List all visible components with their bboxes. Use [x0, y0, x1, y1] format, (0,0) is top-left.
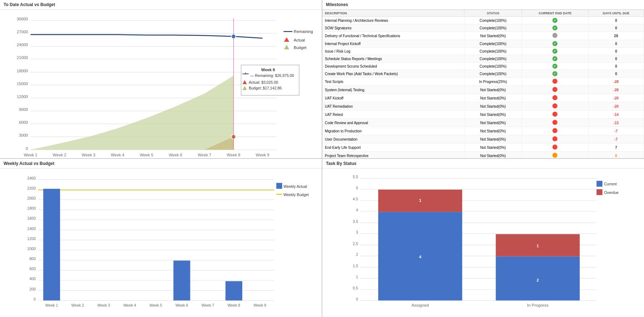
svg-text:1200: 1200	[27, 236, 36, 241]
svg-text:2: 2	[537, 278, 539, 282]
milestone-status: Complete(100%)	[464, 70, 522, 78]
svg-rect-80	[174, 260, 190, 300]
svg-rect-91	[276, 183, 282, 189]
svg-text:400: 400	[29, 277, 36, 281]
milestone-desc: User Documentation	[323, 135, 464, 143]
milestone-end-date	[522, 143, 589, 152]
milestone-status: Complete(100%)	[464, 40, 522, 48]
milestone-end-date: ✓	[522, 55, 589, 63]
milestone-desc: Schedule Status Reports / Meetings	[323, 55, 464, 63]
svg-text:Week 6: Week 6	[175, 303, 188, 307]
milestone-end-date: ✓	[522, 70, 589, 78]
task-status-title: Task By Status	[322, 159, 644, 169]
svg-text:9000: 9000	[19, 107, 28, 112]
svg-marker-38	[284, 37, 289, 42]
svg-text:Budget: Budget	[294, 45, 307, 50]
milestone-status: Complete(100%)	[464, 63, 522, 70]
status-indicator	[552, 153, 557, 158]
milestone-status: Not Started(0%)	[464, 119, 522, 127]
svg-text:Week 4: Week 4	[123, 303, 136, 307]
milestone-days: -13	[588, 119, 644, 127]
milestones-title: Milestones	[322, 0, 644, 10]
milestone-end-date: ✓	[522, 24, 589, 32]
svg-text:Week 5: Week 5	[150, 303, 162, 307]
milestone-days: 0	[588, 48, 644, 55]
svg-marker-22	[30, 76, 233, 150]
milestone-days: 0	[588, 55, 644, 63]
table-row: Development Scrums Scheduled Complete(10…	[323, 63, 644, 70]
milestone-end-date	[522, 135, 589, 143]
milestone-desc: Code Review and Approval	[323, 119, 464, 127]
svg-text:200: 200	[29, 287, 36, 291]
milestone-status: Not Started(0%)	[464, 32, 522, 40]
svg-text:— Remaining: $26,975.00: — Remaining: $26,975.00	[250, 73, 294, 78]
col-days-due: DAYS UNTIL DUE	[588, 10, 644, 17]
table-row: UAT Kickoff Not Started(0%) -20	[323, 94, 644, 102]
svg-text:1600: 1600	[27, 216, 36, 220]
col-status: STATUS	[464, 10, 522, 17]
top-left-title: To Date Actual vs Budget	[0, 0, 322, 10]
svg-text:30000: 30000	[17, 17, 28, 21]
table-row: User Documentation Not Started(0%) -7	[323, 135, 644, 143]
milestone-end-date	[522, 86, 589, 94]
svg-text:0.5: 0.5	[353, 286, 358, 290]
milestones-container[interactable]: DESCRIPTION STATUS CURRENT END DATE DAYS…	[322, 10, 644, 158]
svg-rect-81	[225, 281, 242, 301]
milestone-desc: SOW Signatures	[323, 24, 464, 32]
milestone-days: -7	[588, 127, 644, 135]
svg-text:Week 2: Week 2	[53, 153, 67, 157]
svg-text:600: 600	[29, 267, 36, 271]
milestone-status: In Progress(25%)	[464, 78, 522, 86]
status-indicator	[552, 87, 557, 92]
status-indicator	[552, 103, 557, 108]
svg-text:Remaining: Remaining	[294, 29, 313, 34]
svg-text:24000: 24000	[17, 43, 28, 47]
status-indicator: ✓	[552, 56, 557, 61]
milestone-end-date: ✓	[522, 40, 589, 48]
svg-text:1: 1	[537, 243, 539, 248]
status-indicator: ✓	[552, 49, 557, 54]
svg-marker-40	[284, 45, 289, 49]
svg-text:Week 2: Week 2	[71, 303, 84, 307]
milestone-end-date	[522, 78, 589, 86]
svg-text:Week 7: Week 7	[201, 303, 214, 307]
bottom-left-panel: Weekly Actual vs Budget 0 200 400 600 80…	[0, 159, 322, 317]
milestone-days: -28	[588, 78, 644, 86]
to-date-chart-area: 0 3000 6000 9000 12000 15000 18000 21000…	[0, 10, 322, 158]
svg-text:Week 9: Week 9	[254, 303, 267, 307]
milestone-days: 8	[588, 152, 644, 158]
task-chart-area: 0 0.5 1 1.5 2 2.5 3 3.5 4 4.5 5 5.5	[322, 169, 644, 317]
svg-text:12000: 12000	[17, 94, 28, 99]
table-row: End Early Life Support Not Started(0%) 7	[323, 143, 644, 152]
svg-text:5: 5	[356, 186, 358, 190]
milestone-days: 0	[588, 63, 644, 70]
milestone-status: Complete(100%)	[464, 48, 522, 55]
table-row: Internal Project Kickoff Complete(100%) …	[323, 40, 644, 48]
svg-text:6000: 6000	[19, 120, 28, 125]
svg-text:4: 4	[356, 208, 358, 212]
svg-text:2400: 2400	[27, 176, 36, 180]
milestone-days: 0	[588, 40, 644, 48]
col-description: DESCRIPTION	[323, 10, 464, 17]
table-row: UAT Retest Not Started(0%) -14	[323, 111, 644, 119]
milestone-days: 0	[588, 24, 644, 32]
milestone-desc: Development Scrums Scheduled	[323, 63, 464, 70]
milestone-status: Not Started(0%)	[464, 127, 522, 135]
svg-text:3: 3	[356, 230, 358, 234]
svg-text:Weekly Budget: Weekly Budget	[283, 192, 309, 197]
milestone-desc: Internal Planning / Architecture Reviews	[323, 17, 464, 24]
svg-text:1000: 1000	[27, 247, 36, 251]
svg-text:Actual: $3,025.00: Actual: $3,025.00	[249, 80, 278, 84]
status-indicator	[552, 95, 557, 100]
svg-text:Week 5: Week 5	[140, 153, 153, 157]
milestone-days: -28	[588, 86, 644, 94]
status-indicator	[552, 145, 557, 150]
svg-text:2.5: 2.5	[353, 242, 358, 246]
milestone-desc: System (Internal) Testing	[323, 86, 464, 94]
svg-text:1800: 1800	[27, 206, 36, 210]
svg-text:0: 0	[34, 297, 36, 301]
svg-text:18000: 18000	[17, 69, 28, 73]
milestone-status: Not Started(0%)	[464, 152, 522, 158]
top-right-panel: Milestones DESCRIPTION STATUS CURRENT EN…	[322, 0, 644, 158]
milestone-desc: Project Team Retrospective	[323, 152, 464, 158]
